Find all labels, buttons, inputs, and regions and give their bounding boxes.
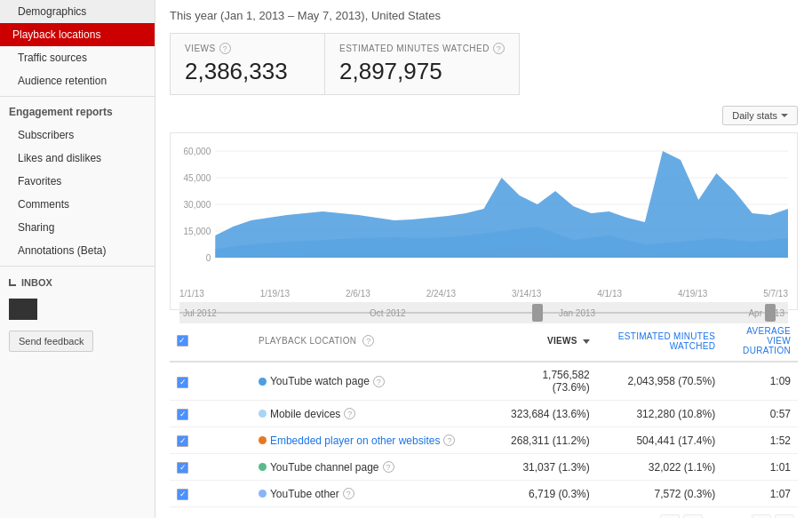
row-checkbox-cell: ✓ xyxy=(170,401,251,427)
row-checkbox[interactable]: ✓ xyxy=(177,462,188,474)
playback-table: ✓ PLAYBACK LOCATION ? VIEWS ESTIMATED MI… xyxy=(170,321,798,507)
th-check: ✓ xyxy=(170,321,251,362)
row-avg-duration-cell: 1:52 xyxy=(722,427,798,454)
sidebar-item-demographics[interactable]: Demographics xyxy=(0,0,155,23)
row-checkbox[interactable]: ✓ xyxy=(177,489,188,500)
sidebar-item-comments[interactable]: Comments xyxy=(0,193,155,216)
pagination-last-button[interactable]: » xyxy=(775,514,794,518)
row-help-icon[interactable]: ? xyxy=(343,488,354,499)
th-minutes: ESTIMATED MINUTES WATCHED xyxy=(597,321,722,362)
sidebar-item-likes-dislikes[interactable]: Likes and dislikes xyxy=(0,147,155,170)
sidebar-item-annotations[interactable]: Annotations (Beta) xyxy=(0,239,155,262)
row-checkbox[interactable]: ✓ xyxy=(177,435,188,447)
row-help-icon[interactable]: ? xyxy=(443,434,455,446)
row-checkbox-cell: ✓ xyxy=(170,481,251,507)
row-help-icon[interactable]: ? xyxy=(383,461,394,473)
color-dot xyxy=(259,378,267,386)
minutes-value: 2,897,975 xyxy=(339,58,505,85)
table-row: ✓YouTube channel page ?31,037 (1.3%)32,0… xyxy=(170,454,798,481)
chart-container: 60,000 45,000 30,000 15,000 0 1/1/13 1/1… xyxy=(170,132,798,310)
inbox-section: INBOX xyxy=(0,270,155,295)
sidebar-divider xyxy=(0,96,155,97)
sidebar-divider-2 xyxy=(0,266,155,267)
sidebar-item-playback-locations[interactable]: Playback locations xyxy=(0,23,155,46)
location-name: YouTube other xyxy=(270,488,339,500)
inbox-icon xyxy=(9,279,16,286)
color-dot xyxy=(259,410,267,418)
stats-row: VIEWS ? 2,386,333 ESTIMATED MINUTES WATC… xyxy=(170,33,798,95)
sidebar-item-subscribers[interactable]: Subscribers xyxy=(0,124,155,147)
row-minutes-cell: 2,043,958 (70.5%) xyxy=(597,362,722,401)
row-minutes-cell: 312,280 (10.8%) xyxy=(597,401,722,427)
row-views-cell: 31,037 (1.3%) xyxy=(503,454,597,481)
sidebar-item-favorites[interactable]: Favorites xyxy=(0,170,155,193)
minutes-stat-box: ESTIMATED MINUTES WATCHED ? 2,897,975 xyxy=(325,33,520,95)
row-minutes-cell: 32,022 (1.1%) xyxy=(597,454,722,481)
sidebar-item-sharing[interactable]: Sharing xyxy=(0,216,155,239)
row-label: YouTube watch page ? xyxy=(259,375,496,387)
pagination: « ‹ 1 - 5 of 5 › » xyxy=(170,507,798,518)
table-row: ✓Mobile devices ?323,684 (13.6%)312,280 … xyxy=(170,401,798,427)
row-avg-duration-cell: 1:07 xyxy=(722,481,798,507)
row-location-cell: YouTube channel page ? xyxy=(251,454,503,481)
location-name: YouTube channel page xyxy=(270,461,379,474)
pagination-first-button[interactable]: « xyxy=(660,514,680,518)
row-checkbox[interactable]: ✓ xyxy=(177,409,188,420)
location-help-icon[interactable]: ? xyxy=(362,335,374,347)
row-location-cell: YouTube other ? xyxy=(251,481,503,507)
location-link[interactable]: Embedded player on other websites xyxy=(270,434,440,447)
minutes-help-icon[interactable]: ? xyxy=(493,43,505,54)
row-avg-duration-cell: 0:57 xyxy=(722,401,798,427)
location-name: YouTube watch page xyxy=(270,375,370,387)
location-name: Mobile devices xyxy=(270,408,340,420)
mini-timeline: Jul 2012 Oct 2012 Jan 2013 Apr 2013 xyxy=(179,302,788,323)
pagination-next-button[interactable]: › xyxy=(752,514,771,518)
engagement-reports-title: Engagement reports xyxy=(0,100,155,124)
send-feedback-button[interactable]: Send feedback xyxy=(9,331,93,352)
row-checkbox-cell: ✓ xyxy=(170,454,251,481)
sidebar-item-traffic-sources[interactable]: Traffic sources xyxy=(0,46,155,69)
mini-timeline-labels: Jul 2012 Oct 2012 Jan 2013 Apr 2013 xyxy=(179,308,788,318)
row-checkbox-cell: ✓ xyxy=(170,427,251,454)
chart-svg: 60,000 45,000 30,000 15,000 0 xyxy=(179,142,788,284)
views-stat-box: VIEWS ? 2,386,333 xyxy=(170,33,325,95)
views-help-icon[interactable]: ? xyxy=(219,43,231,54)
views-label: VIEWS ? xyxy=(185,43,310,54)
th-views[interactable]: VIEWS xyxy=(503,321,597,362)
row-label: Embedded player on other websites ? xyxy=(259,434,496,447)
header-checkbox[interactable]: ✓ xyxy=(177,335,188,347)
row-minutes-cell: 7,572 (0.3%) xyxy=(597,481,722,507)
row-avg-duration-cell: 1:01 xyxy=(722,454,798,481)
row-views-cell: 323,684 (13.6%) xyxy=(503,401,597,427)
row-label: YouTube channel page ? xyxy=(259,461,496,474)
color-dot xyxy=(259,490,267,498)
sort-arrow-icon xyxy=(583,339,590,344)
color-dot xyxy=(259,463,267,471)
sidebar-item-audience-retention[interactable]: Audience retention xyxy=(0,69,155,92)
sidebar: Demographics Playback locations Traffic … xyxy=(0,0,155,518)
row-views-cell: 6,719 (0.3%) xyxy=(503,481,597,507)
daily-stats-button[interactable]: Daily stats xyxy=(722,106,798,125)
row-help-icon[interactable]: ? xyxy=(373,376,385,387)
row-views-cell: 1,756,582 (73.6%) xyxy=(503,362,597,401)
controls-row: Daily stats xyxy=(170,106,798,125)
row-checkbox-cell: ✓ xyxy=(170,362,251,401)
table-row: ✓YouTube watch page ?1,756,582 (73.6%)2,… xyxy=(170,362,798,401)
chevron-down-icon xyxy=(781,114,788,117)
th-location: PLAYBACK LOCATION ? xyxy=(251,321,503,362)
row-avg-duration-cell: 1:09 xyxy=(722,362,798,401)
pagination-prev-button[interactable]: ‹ xyxy=(683,514,703,518)
svg-text:0: 0 xyxy=(206,253,211,263)
main-content: This year (Jan 1, 2013 – May 7, 2013), U… xyxy=(155,0,812,518)
minutes-label: ESTIMATED MINUTES WATCHED ? xyxy=(339,43,505,54)
row-minutes-cell: 504,441 (17.4%) xyxy=(597,427,722,454)
row-help-icon[interactable]: ? xyxy=(344,408,355,419)
views-value: 2,386,333 xyxy=(185,58,310,85)
svg-text:15,000: 15,000 xyxy=(184,227,211,236)
row-location-cell: Mobile devices ? xyxy=(251,401,503,427)
color-dot xyxy=(259,436,267,444)
svg-text:45,000: 45,000 xyxy=(184,173,211,183)
svg-text:30,000: 30,000 xyxy=(184,200,211,210)
row-checkbox[interactable]: ✓ xyxy=(177,377,188,388)
date-range: This year (Jan 1, 2013 – May 7, 2013), U… xyxy=(170,9,798,22)
